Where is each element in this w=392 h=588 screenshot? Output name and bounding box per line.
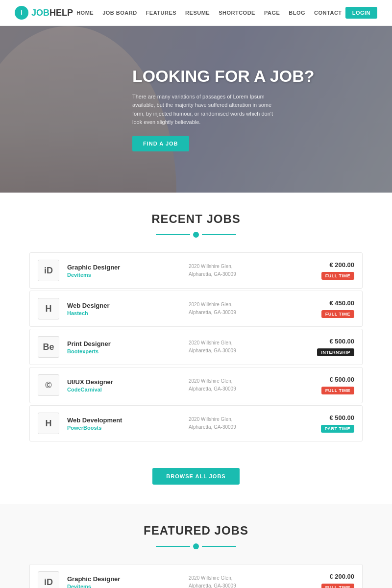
job-right: € 450.00FULL TIME	[310, 299, 354, 318]
job-info: Print Designer Bootexperts	[67, 340, 189, 354]
job-right: € 500.00FULL TIME	[310, 376, 354, 394]
nav-links: HOMEJOB BOARDFEATURESRESUMESHORTCODEPAGE…	[76, 10, 342, 16]
job-location: 2020 Willshire Glen,Alpharetta, GA-30009	[189, 416, 310, 431]
login-button[interactable]: LOGIN	[345, 7, 377, 19]
featured-jobs-title: FEATURED JOBS	[0, 524, 392, 538]
job-company-logo: iD	[38, 260, 59, 281]
divider-icon	[193, 232, 199, 238]
logo-accent: JOB	[31, 8, 49, 18]
recent-jobs-title: RECENT JOBS	[0, 212, 392, 226]
job-badge: PART TIME	[321, 425, 354, 433]
job-info: Web Development PowerBoosts	[67, 416, 189, 431]
job-card[interactable]: iD Graphic Designer Devitems 2020 Willsh…	[29, 252, 363, 289]
divider-line-right	[202, 234, 236, 235]
job-title: UI/UX Designer	[67, 378, 189, 386]
job-right: € 500.00INTERNSHIP	[310, 338, 354, 356]
job-badge: FULL TIME	[321, 310, 354, 318]
job-location: 2020 Willshire Glen,Alpharetta, GA-30009	[189, 339, 310, 355]
job-card[interactable]: iD Graphic Designer Devitems 2020 Willsh…	[29, 564, 363, 588]
job-company-logo: ©	[38, 374, 59, 396]
job-company: Devitems	[67, 584, 189, 588]
job-card[interactable]: H Web Designer Hastech 2020 Willshire Gl…	[29, 291, 363, 327]
hero-content: LOOKING FOR A JOB? There are many variat…	[0, 67, 334, 151]
job-right: € 200.00FULL TIME	[310, 573, 354, 588]
navbar: i JOBHELP HOMEJOB BOARDFEATURESRESUMESHO…	[0, 0, 392, 26]
job-card[interactable]: Be Print Designer Bootexperts 2020 Wills…	[29, 329, 363, 365]
job-company-logo: iD	[38, 571, 59, 588]
job-badge: FULL TIME	[321, 387, 354, 394]
job-company-logo: Be	[38, 336, 59, 358]
job-info: UI/UX Designer CodeCarnival	[67, 378, 189, 392]
divider-icon-featured	[193, 543, 199, 549]
job-company: Bootexperts	[67, 348, 189, 354]
job-company: CodeCarnival	[67, 387, 189, 392]
job-salary: € 500.00	[310, 338, 354, 345]
job-company: Hastech	[67, 310, 189, 316]
nav-link-blog[interactable]: BLOG	[289, 10, 305, 16]
job-location: 2020 Willshire Glen,Alpharetta, GA-30009	[189, 263, 310, 278]
job-salary: € 200.00	[310, 573, 354, 580]
job-title: Graphic Designer	[67, 575, 189, 583]
nav-link-home[interactable]: HOME	[76, 10, 94, 16]
hero-subtitle: There are many variations of passages of…	[132, 93, 284, 127]
job-company: Devitems	[67, 272, 189, 278]
hero-section: LOOKING FOR A JOB? There are many variat…	[0, 26, 392, 193]
hero-title: LOOKING FOR A JOB?	[132, 67, 314, 85]
job-location: 2020 Willshire Glen,Alpharetta, GA-30009	[189, 301, 310, 317]
job-badge: FULL TIME	[321, 584, 354, 588]
job-badge: INTERNSHIP	[317, 348, 354, 356]
job-company-logo: H	[38, 413, 59, 434]
job-location: 2020 Willshire Glen,Alpharetta, GA-30009	[189, 377, 310, 393]
job-company: PowerBoosts	[67, 425, 189, 431]
divider-line-left	[156, 546, 190, 547]
featured-jobs-title-wrap: FEATURED JOBS	[0, 504, 392, 564]
job-salary: € 450.00	[310, 299, 354, 307]
recent-jobs-title-wrap: RECENT JOBS	[0, 193, 392, 252]
nav-link-contact[interactable]: CONTACT	[314, 10, 342, 16]
recent-jobs-divider	[0, 232, 392, 238]
divider-line-left	[156, 234, 190, 235]
featured-jobs-divider	[0, 543, 392, 549]
nav-link-shortcode[interactable]: SHORTCODE	[219, 10, 255, 16]
logo-text: JOBHELP	[31, 8, 73, 18]
job-right: € 500.00PART TIME	[310, 414, 354, 433]
featured-jobs-section: FEATURED JOBS iD Graphic Designer Devite…	[0, 504, 392, 588]
recent-jobs-section: RECENT JOBS iD Graphic Designer Devitems…	[0, 193, 392, 504]
nav-link-job-board[interactable]: JOB BOARD	[102, 10, 137, 16]
job-title: Print Designer	[67, 340, 189, 347]
job-salary: € 500.00	[310, 414, 354, 421]
job-info: Graphic Designer Devitems	[67, 264, 189, 278]
job-card[interactable]: © UI/UX Designer CodeCarnival 2020 Wills…	[29, 367, 363, 403]
browse-all-jobs-button[interactable]: BROWSE ALL JOBS	[152, 468, 239, 485]
job-salary: € 500.00	[310, 376, 354, 383]
job-title: Web Development	[67, 416, 189, 424]
job-company-logo: H	[38, 298, 59, 319]
job-title: Web Designer	[67, 302, 189, 309]
job-info: Web Designer Hastech	[67, 302, 189, 316]
nav-link-resume[interactable]: RESUME	[185, 10, 210, 16]
job-badge: FULL TIME	[321, 272, 354, 280]
find-job-button[interactable]: FIND A JOB	[132, 136, 189, 151]
logo-icon: i	[15, 6, 28, 20]
job-title: Graphic Designer	[67, 264, 189, 271]
job-salary: € 200.00	[310, 261, 354, 269]
logo[interactable]: i JOBHELP	[15, 6, 73, 20]
browse-wrap: BROWSE ALL JOBS	[0, 458, 392, 504]
job-right: € 200.00FULL TIME	[310, 261, 354, 280]
nav-link-page[interactable]: PAGE	[264, 10, 280, 16]
featured-jobs-list: iD Graphic Designer Devitems 2020 Willsh…	[0, 564, 392, 588]
job-info: Graphic Designer Devitems	[67, 575, 189, 588]
job-card[interactable]: H Web Development PowerBoosts 2020 Wills…	[29, 405, 363, 441]
job-location: 2020 Willshire Glen,Alpharetta, GA-30009	[189, 574, 310, 588]
divider-line-right	[202, 546, 236, 547]
nav-link-features[interactable]: FEATURES	[146, 10, 176, 16]
recent-jobs-list: iD Graphic Designer Devitems 2020 Willsh…	[0, 252, 392, 458]
